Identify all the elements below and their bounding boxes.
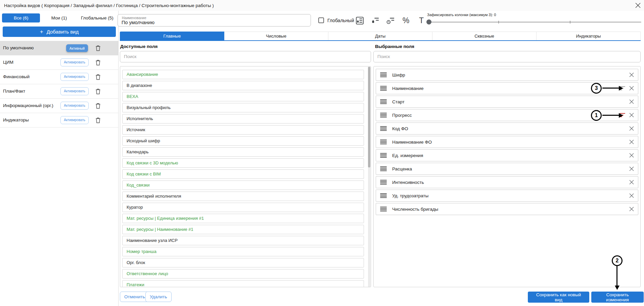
available-field-row[interactable]: Календарь	[122, 147, 364, 157]
view-activate-button[interactable]: Активировать	[60, 73, 89, 81]
trash-icon[interactable]	[95, 45, 101, 51]
available-field-row[interactable]: ВЕХА	[122, 92, 364, 101]
selected-field-row[interactable]: Численность бригады	[376, 203, 638, 215]
available-field-row[interactable]: В диапазоне	[122, 81, 364, 90]
available-field-row[interactable]: Комментарий исполнителя	[122, 192, 364, 201]
freeze-columns-slider[interactable]	[427, 21, 641, 23]
trash-icon[interactable]	[95, 117, 101, 123]
view-row[interactable]: ЦИМ Активировать	[0, 55, 118, 70]
fill-dashes-icon[interactable]	[370, 15, 380, 26]
view-row[interactable]: Индикаторы Активировать	[0, 113, 118, 128]
sidebar-tab[interactable]: Глобальные (5)	[78, 13, 116, 22]
sidebar-tab[interactable]: Все (6)	[2, 13, 40, 22]
clock-dashes-icon[interactable]	[385, 15, 396, 26]
view-row[interactable]: План/Факт Активировать	[0, 84, 118, 99]
selected-field-row[interactable]: Код ФО	[376, 122, 638, 135]
sidebar-tab[interactable]: Мои (1)	[40, 13, 78, 22]
available-field-row[interactable]: Код связки с 3D моделью	[122, 158, 364, 168]
view-row[interactable]: По умолчанию Активный	[0, 41, 118, 55]
remove-field-icon[interactable]	[629, 166, 635, 172]
selected-search-input[interactable]	[377, 54, 617, 59]
close-icon[interactable]	[634, 1, 642, 9]
available-field-row[interactable]: Мат. ресурсы | Наименование #1	[122, 225, 364, 234]
remove-field-icon[interactable]	[629, 72, 635, 78]
drag-handle-icon[interactable]	[380, 113, 387, 117]
global-checkbox[interactable]	[318, 17, 324, 23]
selected-field-row[interactable]: Ед. измерения	[376, 149, 638, 161]
view-activate-button[interactable]: Активный	[66, 44, 88, 52]
drag-handle-icon[interactable]	[380, 126, 387, 131]
view-activate-button[interactable]: Активировать	[60, 58, 89, 66]
remove-field-icon[interactable]	[629, 125, 635, 132]
fields-tab[interactable]: Числовые	[224, 32, 328, 40]
available-field-row[interactable]: Орг. блок	[122, 258, 364, 267]
save-changes-button[interactable]: Сохранить изменения	[591, 292, 644, 303]
available-field-row[interactable]: Ответственное лицо	[122, 269, 364, 278]
view-activate-button[interactable]: Активировать	[60, 102, 89, 110]
slider-knob[interactable]	[426, 19, 431, 24]
available-field-row[interactable]: Визуальный профиль	[122, 103, 364, 112]
save-as-new-view-button[interactable]: Сохранить как новый вид	[528, 292, 589, 303]
selected-field-row[interactable]: Шифр	[376, 69, 638, 81]
selected-field-row[interactable]: Уд. трудозатраты	[376, 190, 638, 202]
available-fields-header: Доступные поля	[120, 44, 157, 49]
drag-handle-icon[interactable]	[380, 153, 387, 158]
drag-handle-icon[interactable]	[380, 207, 387, 211]
available-search-input[interactable]	[124, 54, 349, 59]
fields-tab[interactable]: Даты	[328, 32, 432, 40]
remove-field-icon[interactable]	[629, 152, 635, 158]
view-name: Индикаторы	[3, 117, 29, 122]
available-field-row[interactable]: Наименование узла ИСР	[122, 236, 364, 245]
selected-field-label: Наименование ФО	[392, 140, 432, 145]
available-field-row[interactable]: Мат. ресурсы | Единица измерения #1	[122, 214, 364, 223]
drag-handle-icon[interactable]	[380, 140, 387, 144]
fields-tab[interactable]: Индикаторы	[537, 32, 641, 40]
percent-icon[interactable]: %	[401, 15, 411, 26]
drag-handle-icon[interactable]	[380, 166, 387, 171]
trash-icon[interactable]	[95, 89, 101, 94]
view-row[interactable]: Финансовый Активировать	[0, 70, 118, 84]
available-field-row[interactable]: Номер транша	[122, 247, 364, 256]
remove-field-icon[interactable]	[629, 193, 635, 199]
available-field-row[interactable]: Куратор	[122, 203, 364, 212]
text-format-icon[interactable]: T	[416, 15, 426, 26]
cancel-button[interactable]: Отменить	[120, 292, 149, 302]
remove-field-icon[interactable]	[629, 85, 635, 91]
add-view-button[interactable]: +Добавить вид	[3, 27, 116, 37]
fields-tab[interactable]: Главные	[120, 32, 224, 40]
selected-field-row[interactable]: Наименование ФО	[376, 136, 638, 148]
trash-icon[interactable]	[95, 60, 101, 65]
trash-icon[interactable]	[95, 103, 101, 109]
delete-button[interactable]: Удалить	[145, 292, 172, 302]
view-name-input[interactable]	[122, 20, 306, 25]
available-field-row[interactable]: Источник	[122, 125, 364, 135]
available-field-row[interactable]: Платежи	[122, 280, 364, 287]
view-activate-button[interactable]: Активировать	[60, 116, 89, 124]
remove-field-icon[interactable]	[629, 206, 635, 212]
drag-handle-icon[interactable]	[380, 193, 387, 198]
selected-field-row[interactable]: Расценка	[376, 163, 638, 175]
view-activate-button[interactable]: Активировать	[60, 87, 89, 95]
drag-handle-icon[interactable]	[380, 86, 387, 91]
fields-tab[interactable]: Сквозные	[432, 32, 537, 40]
remove-field-icon[interactable]	[629, 139, 635, 145]
selected-field-row[interactable]: Старт	[376, 96, 638, 108]
available-field-row[interactable]: Код_связки	[122, 181, 364, 190]
remove-field-icon[interactable]	[629, 99, 635, 105]
available-field-row[interactable]: Исполнитель	[122, 114, 364, 123]
available-field-row[interactable]: Код связки с BIM	[122, 169, 364, 179]
available-field-row[interactable]: Авансирование	[122, 70, 364, 79]
view-row[interactable]: Информационный (орг.) Активировать	[0, 99, 118, 113]
selected-field-row[interactable]: Интенсивность	[376, 176, 638, 188]
remove-field-icon[interactable]	[629, 179, 635, 185]
drag-handle-icon[interactable]	[380, 99, 387, 104]
remove-field-icon[interactable]	[629, 112, 635, 118]
scrollbar-thumb[interactable]	[368, 67, 370, 167]
available-scrollbar[interactable]	[368, 67, 370, 287]
drag-handle-icon[interactable]	[380, 72, 387, 77]
drag-handle-icon[interactable]	[380, 180, 387, 185]
trash-icon[interactable]	[95, 74, 101, 80]
available-field-row[interactable]: Исходный шифр	[122, 136, 364, 146]
fill-rows-icon[interactable]	[355, 15, 365, 26]
selected-field-label: Интенсивность	[392, 180, 424, 185]
